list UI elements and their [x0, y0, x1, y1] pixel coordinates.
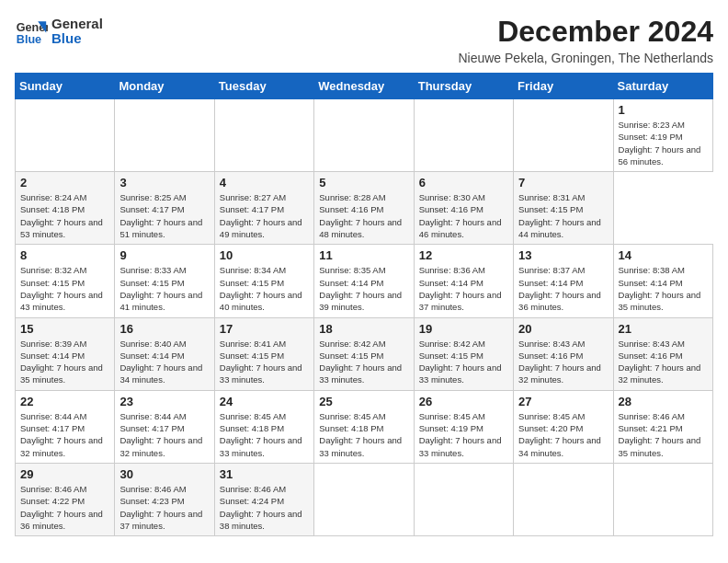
sunrise-text: Sunrise: 8:37 AM	[518, 265, 585, 275]
page-header: General Blue General Blue December 2024 …	[15, 15, 713, 65]
sunset-text: Sunset: 4:14 PM	[119, 350, 184, 361]
day-info: Sunrise: 8:27 AM Sunset: 4:17 PM Dayligh…	[220, 191, 309, 240]
daylight-text: Daylight: 7 hours and 35 minutes.	[619, 290, 701, 312]
svg-text:Blue: Blue	[17, 33, 41, 46]
sunset-text: Sunset: 4:19 PM	[419, 423, 483, 433]
sunrise-text: Sunrise: 8:27 AM	[220, 192, 286, 202]
day-number: 6	[419, 176, 508, 190]
calendar-cell: 22 Sunrise: 8:44 AM Sunset: 4:17 PM Dayl…	[16, 390, 115, 463]
sunrise-text: Sunrise: 8:44 AM	[119, 411, 186, 421]
day-number: 23	[119, 395, 209, 408]
sunrise-text: Sunrise: 8:25 AM	[119, 192, 186, 202]
day-number: 1	[619, 103, 708, 117]
sunset-text: Sunset: 4:18 PM	[220, 423, 284, 433]
day-number: 9	[119, 248, 209, 262]
daylight-text: Daylight: 7 hours and 48 minutes.	[319, 217, 402, 239]
day-number: 26	[419, 395, 508, 408]
day-info: Sunrise: 8:45 AM Sunset: 4:18 PM Dayligh…	[220, 410, 309, 459]
calendar-cell: 26 Sunrise: 8:45 AM Sunset: 4:19 PM Dayl…	[414, 390, 513, 463]
sunset-text: Sunset: 4:14 PM	[419, 278, 483, 288]
calendar-cell: 10 Sunrise: 8:34 AM Sunset: 4:15 PM Dayl…	[214, 245, 313, 317]
location-subtitle: Nieuwe Pekela, Groningen, The Netherland…	[458, 51, 713, 65]
header-wednesday: Wednesday	[314, 74, 414, 99]
calendar-cell: 15 Sunrise: 8:39 AM Sunset: 4:14 PM Dayl…	[16, 317, 115, 390]
calendar-cell: 4 Sunrise: 8:27 AM Sunset: 4:17 PM Dayli…	[214, 172, 313, 245]
sunrise-text: Sunrise: 8:45 AM	[518, 411, 585, 421]
sunrise-text: Sunrise: 8:36 AM	[419, 265, 485, 275]
daylight-text: Daylight: 7 hours and 38 minutes.	[220, 509, 302, 531]
sunrise-text: Sunrise: 8:28 AM	[319, 192, 385, 202]
daylight-text: Daylight: 7 hours and 51 minutes.	[119, 217, 202, 239]
calendar-cell: 12 Sunrise: 8:36 AM Sunset: 4:14 PM Dayl…	[414, 245, 513, 317]
day-number: 24	[220, 395, 309, 408]
sunrise-text: Sunrise: 8:46 AM	[20, 484, 86, 494]
day-number: 29	[20, 467, 109, 481]
sunrise-text: Sunrise: 8:46 AM	[220, 484, 286, 494]
sunset-text: Sunset: 4:21 PM	[619, 423, 683, 433]
day-info: Sunrise: 8:43 AM Sunset: 4:16 PM Dayligh…	[619, 338, 708, 386]
calendar-cell: 13 Sunrise: 8:37 AM Sunset: 4:14 PM Dayl…	[514, 245, 613, 317]
daylight-text: Daylight: 7 hours and 35 minutes.	[619, 435, 701, 457]
day-info: Sunrise: 8:23 AM Sunset: 4:19 PM Dayligh…	[619, 119, 708, 167]
day-number: 17	[220, 322, 309, 336]
daylight-text: Daylight: 7 hours and 33 minutes.	[220, 435, 302, 457]
daylight-text: Daylight: 7 hours and 34 minutes.	[518, 435, 601, 457]
calendar-cell: 11 Sunrise: 8:35 AM Sunset: 4:14 PM Dayl…	[314, 245, 414, 317]
sunrise-text: Sunrise: 8:43 AM	[619, 339, 685, 349]
day-info: Sunrise: 8:46 AM Sunset: 4:24 PM Dayligh…	[220, 483, 309, 532]
calendar-cell: 27 Sunrise: 8:45 AM Sunset: 4:20 PM Dayl…	[514, 390, 613, 463]
sunrise-text: Sunrise: 8:32 AM	[20, 265, 86, 275]
header-friday: Friday	[514, 74, 613, 99]
sunrise-text: Sunrise: 8:38 AM	[619, 265, 685, 275]
sunset-text: Sunset: 4:15 PM	[220, 278, 284, 288]
day-number: 18	[319, 322, 408, 336]
calendar-cell: 7 Sunrise: 8:31 AM Sunset: 4:15 PM Dayli…	[514, 172, 613, 245]
calendar-cell	[214, 99, 313, 172]
day-number: 3	[119, 176, 209, 190]
daylight-text: Daylight: 7 hours and 46 minutes.	[419, 217, 502, 239]
sunset-text: Sunset: 4:23 PM	[119, 496, 184, 506]
day-number: 31	[220, 467, 309, 481]
daylight-text: Daylight: 7 hours and 37 minutes.	[419, 290, 502, 312]
sunset-text: Sunset: 4:14 PM	[20, 350, 85, 361]
header-sunday: Sunday	[16, 74, 115, 99]
sunrise-text: Sunrise: 8:40 AM	[119, 339, 186, 349]
day-number: 13	[518, 248, 608, 262]
header-saturday: Saturday	[613, 74, 712, 99]
day-info: Sunrise: 8:43 AM Sunset: 4:16 PM Dayligh…	[518, 338, 608, 386]
day-number: 7	[518, 176, 608, 190]
sunset-text: Sunset: 4:15 PM	[220, 350, 284, 361]
header-tuesday: Tuesday	[214, 74, 313, 99]
sunset-text: Sunset: 4:17 PM	[119, 204, 184, 214]
day-number: 19	[419, 322, 508, 336]
day-number: 11	[319, 248, 408, 262]
daylight-text: Daylight: 7 hours and 44 minutes.	[518, 217, 601, 239]
day-info: Sunrise: 8:44 AM Sunset: 4:17 PM Dayligh…	[119, 410, 209, 459]
day-info: Sunrise: 8:28 AM Sunset: 4:16 PM Dayligh…	[319, 191, 408, 240]
sunset-text: Sunset: 4:14 PM	[518, 278, 583, 288]
sunset-text: Sunset: 4:15 PM	[119, 278, 184, 288]
daylight-text: Daylight: 7 hours and 37 minutes.	[119, 509, 202, 531]
calendar-week-row: 8 Sunrise: 8:32 AM Sunset: 4:15 PM Dayli…	[16, 245, 713, 317]
day-number: 28	[619, 395, 708, 408]
day-info: Sunrise: 8:41 AM Sunset: 4:15 PM Dayligh…	[220, 338, 309, 386]
sunrise-text: Sunrise: 8:46 AM	[619, 411, 685, 421]
day-number: 30	[119, 467, 209, 481]
logo-icon: General Blue	[15, 15, 48, 48]
sunset-text: Sunset: 4:17 PM	[220, 204, 284, 214]
day-number: 25	[319, 395, 408, 408]
daylight-text: Daylight: 7 hours and 40 minutes.	[220, 290, 302, 312]
day-number: 20	[518, 322, 608, 336]
calendar-cell: 19 Sunrise: 8:42 AM Sunset: 4:15 PM Dayl…	[414, 317, 513, 390]
daylight-text: Daylight: 7 hours and 56 minutes.	[619, 144, 701, 167]
sunset-text: Sunset: 4:16 PM	[319, 204, 383, 214]
sunrise-text: Sunrise: 8:44 AM	[20, 411, 86, 421]
day-info: Sunrise: 8:34 AM Sunset: 4:15 PM Dayligh…	[220, 264, 309, 313]
calendar-cell: 3 Sunrise: 8:25 AM Sunset: 4:17 PM Dayli…	[115, 172, 214, 245]
calendar-week-row: 15 Sunrise: 8:39 AM Sunset: 4:14 PM Dayl…	[16, 317, 713, 390]
calendar-cell	[613, 463, 712, 535]
month-title: December 2024	[458, 15, 713, 49]
day-info: Sunrise: 8:32 AM Sunset: 4:15 PM Dayligh…	[20, 264, 109, 313]
day-info: Sunrise: 8:42 AM Sunset: 4:15 PM Dayligh…	[419, 338, 508, 386]
calendar-cell: 6 Sunrise: 8:30 AM Sunset: 4:16 PM Dayli…	[414, 172, 513, 245]
